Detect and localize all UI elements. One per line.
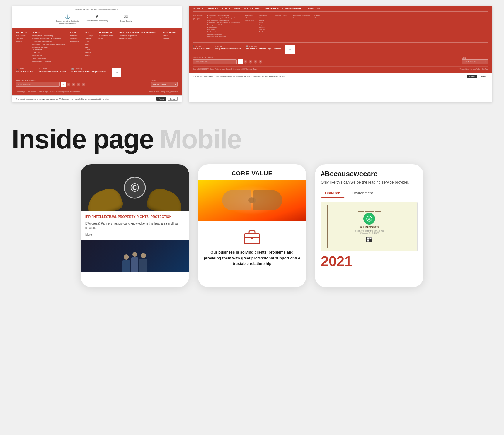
news-col: NEWS DP Group Vietnam China India Italy …: [85, 31, 93, 63]
left-footer: ABOUT US Who We Are Our Team Awards SERV…: [12, 28, 182, 95]
footer-contact-row: 📞Phone +86 021-62187350 ✉E-mail info@dan…: [16, 65, 178, 77]
puzzle-image: [198, 180, 306, 221]
r-social-icons: f in t vk: [244, 60, 262, 64]
r-newsletter-input[interactable]: Enter your E-mail...: [193, 59, 237, 64]
r-linkedin-icon[interactable]: in: [249, 60, 252, 64]
r-facebook-icon[interactable]: f: [244, 60, 247, 64]
footer-nav-row: ABOUT US Who We Are Our Team Awards SERV…: [16, 31, 178, 63]
briefcase-container: [198, 221, 306, 249]
cert-emblem: [363, 213, 375, 225]
left-hand: [84, 185, 125, 211]
heading-dark: Inside page: [12, 126, 154, 153]
r-footer-bottom: Copyright @ 2022 D'Andrea & Partners Leg…: [193, 66, 488, 70]
corporate-col: CORPORATE SOCIAL RESPONSIBILITY Universi…: [119, 31, 158, 63]
svg-rect-2: [251, 237, 253, 239]
r-email-item: ✉E-mail info@dandreapartners.com: [215, 45, 241, 50]
cert-text: 国土绿化荣誉证书 第 2021 次全国绿化委员会第三次代表会议——中华人民共和国: [355, 226, 384, 242]
r-reject-cookie-button[interactable]: Reject: [479, 75, 488, 78]
r-twitter-icon[interactable]: t: [254, 60, 257, 64]
certificate-image: 国土绿化荣誉证书 第 2021 次全国绿化委员会第三次代表会议——中华人民共和国: [321, 202, 418, 251]
mobile-screen-core: CORE VALUE: [198, 164, 306, 287]
children-tab[interactable]: Children: [321, 189, 345, 198]
ipr-title: IPR (INTELLECTUAL PROPERTY RIGHTS) PROTE…: [85, 215, 184, 219]
newsletter-social-row: NEWSLETTER SIGN-UP: Enter your E-mail...…: [16, 79, 178, 87]
newsletter-input[interactable]: Enter your E-mail...: [16, 82, 60, 87]
core-header: CORE VALUE: [198, 164, 306, 180]
email-item: ✉E-mail info@dandreapartners.com: [39, 68, 66, 72]
core-text: Our business is solving clients' problem…: [198, 249, 306, 273]
services-col: SERVICES Bankruptcy & Restructuring Busi…: [32, 31, 65, 63]
accept-cookie-button[interactable]: Accept: [156, 97, 166, 101]
r-phone-item: 📞Phone +86 021-62187350: [193, 45, 210, 50]
hero-text: therefore, we shall care as if they are …: [16, 8, 178, 11]
care-content: #Becausewecare Only like this can we be …: [315, 164, 423, 274]
right-footer-body: Who We Are Our Team Awards Bankruptcy & …: [189, 12, 492, 73]
csr-value: ♥ Corporate Social Responsibility: [85, 14, 108, 24]
mobile-screen-care: #Becausewecare Only like this can we be …: [315, 164, 423, 287]
link-section: LINK: PHCADVISORY▾: [151, 80, 178, 87]
briefcase-icon: [243, 228, 261, 244]
link-dropdown[interactable]: PHCADVISORY▾: [151, 82, 178, 87]
events-col: EVENTS Seminars Webinars Past Events: [70, 31, 79, 63]
cert-inner: 国土绿化荣誉证书 第 2021 次全国绿化委员会第三次代表会议——中华人民共和国: [327, 205, 412, 248]
honesty-value: ⚓ Honesty, integrity and ethics, in all …: [56, 14, 79, 24]
puzzle-piece-left: [222, 190, 251, 210]
publications-col: PUBLICATIONS DP Practical Guides Videos: [98, 31, 114, 63]
right-screenshot: ABOUT US SERVICES EVENTS NEWS PUBLICATIO…: [189, 6, 492, 102]
business-people-image: [81, 240, 189, 272]
top-nav: ABOUT US SERVICES EVENTS NEWS PUBLICATIO…: [193, 8, 488, 12]
twitter-icon[interactable]: t: [77, 83, 80, 86]
r-cookie-bar: This website uses cookies to improve you…: [189, 73, 492, 80]
cookie-bar: This website uses cookies to improve you…: [12, 95, 182, 102]
ipr-more-link[interactable]: More: [85, 233, 184, 236]
care-tabs: Children Environment: [321, 189, 418, 198]
r-link-dropdown[interactable]: PHCADVISORY▾: [462, 59, 488, 64]
core-body: Our business is solving clients' problem…: [204, 249, 300, 267]
copyright-symbol: ©: [124, 177, 146, 199]
vk-icon[interactable]: vk: [82, 83, 85, 86]
newsletter-submit[interactable]: →: [61, 82, 66, 87]
footer-bottom: Copyright @ 2022 D'Andrea & Partners Leg…: [16, 89, 178, 93]
care-subtitle: Only like this can we be the leading ser…: [321, 180, 418, 185]
left-screenshot: therefore, we shall care as if they are …: [12, 6, 182, 102]
mobile-screens-row: © IPR (INTELLECTUAL PROPERTY RIGHTS) PRO…: [0, 164, 504, 299]
svg-rect-7: [370, 238, 371, 239]
year-display: 2021: [321, 254, 418, 268]
core-title: CORE VALUE: [204, 170, 300, 177]
right-footer-nav: ABOUT US SERVICES EVENTS NEWS PUBLICATIO…: [189, 6, 492, 12]
newsletter-section: NEWSLETTER SIGN-UP: Enter your E-mail...…: [16, 79, 85, 87]
svg-rect-9: [367, 240, 369, 241]
reject-cookie-button[interactable]: Reject: [168, 97, 178, 101]
heading-light: Mobile: [159, 126, 241, 153]
about-col: ABOUT US Who We Are Our Team Awards: [16, 31, 27, 63]
svg-rect-5: [367, 238, 369, 239]
social-icons: f in t vk: [67, 83, 85, 86]
right-contact-row: 📞Phone +86 021-62187350 ✉E-mail info@dan…: [193, 45, 488, 54]
ipr-hero-image: ©: [81, 164, 189, 211]
r-accept-cookie-button[interactable]: Accept: [467, 75, 477, 78]
right-hand: [145, 185, 186, 211]
r-newsletter-social: NEWSLETTER SIGN-UP: Enter your E-mail...…: [193, 57, 488, 64]
linkedin-icon[interactable]: in: [72, 83, 75, 86]
svg-point-3: [367, 216, 372, 221]
right-subnav: Who We Are Our Team Awards Bankruptcy & …: [193, 15, 488, 40]
phone-item: 📞Phone +86 021-62187350: [16, 68, 33, 72]
company-item: 🏢Company D'Andrea & Partners Legal Couns…: [71, 68, 106, 72]
ipr-body: D'Andrea & Partners has profound knowled…: [85, 221, 184, 230]
core-values-icons: ⚓ Honesty, integrity and ethics, in all …: [16, 14, 178, 24]
qr-mini: [355, 237, 384, 242]
hero-section: therefore, we shall care as if they are …: [12, 6, 182, 28]
r-vk-icon[interactable]: vk: [259, 60, 262, 64]
cookie-buttons[interactable]: Accept Reject: [156, 97, 178, 101]
section-heading: Inside page Mobile: [0, 108, 504, 164]
contact-col: CONTACT US Offices Careers: [163, 31, 176, 63]
r-company-item: 🏢Company D'Andrea & Partners Legal Couns…: [246, 45, 281, 50]
facebook-icon[interactable]: f: [67, 83, 70, 86]
r-newsletter-submit[interactable]: →: [238, 59, 243, 64]
environment-tab[interactable]: Environment: [348, 189, 377, 198]
ipr-content: IPR (INTELLECTUAL PROPERTY RIGHTS) PROTE…: [81, 211, 189, 239]
hashtag-title: #Becausewecare: [321, 170, 418, 178]
qr-code: QR: [112, 68, 121, 77]
puzzle-piece-right: [253, 190, 282, 210]
gender-value: ⚖ Gender Equality: [114, 14, 138, 24]
